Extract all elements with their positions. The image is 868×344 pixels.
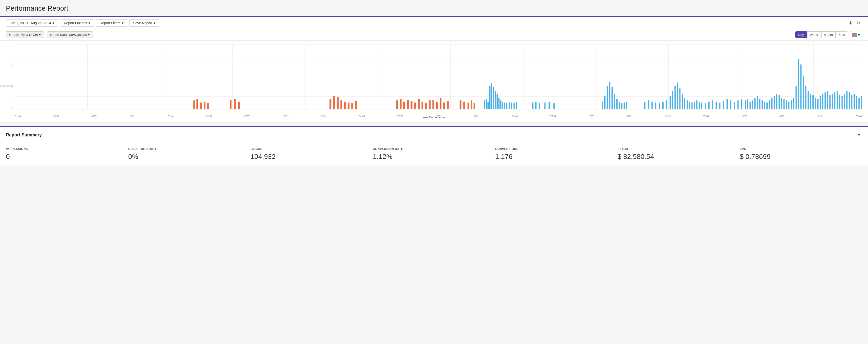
svg-rect-61 xyxy=(500,100,501,109)
date-range-button[interactable]: Jan 1, 2019 - Aug 26, 2024 ▾ xyxy=(6,19,58,27)
metric-item: PAYOUT$ 82,580.54 xyxy=(617,147,740,161)
svg-rect-22 xyxy=(234,99,236,109)
metric-label: CONVERSIONS xyxy=(495,147,613,151)
period-week-button[interactable]: Week xyxy=(807,31,821,38)
period-year-button[interactable]: Year xyxy=(836,31,848,38)
svg-rect-139 xyxy=(796,86,797,109)
period-selector: Day Week Month Year ▾ xyxy=(795,31,862,38)
report-options-chevron: ▾ xyxy=(89,21,90,25)
svg-rect-36 xyxy=(410,101,412,109)
x-axis-labels: 01/01 04/01 07/01 10/01 01/01 04/01 07/0… xyxy=(15,115,862,118)
y-tick-0: 0 xyxy=(12,105,13,108)
svg-rect-154 xyxy=(832,94,833,109)
svg-rect-47 xyxy=(460,100,461,109)
graph-selector-button[interactable]: Graph: Top 3 Offers ▾ xyxy=(6,31,44,38)
svg-rect-25 xyxy=(333,96,335,109)
svg-rect-117 xyxy=(741,99,742,109)
metric-item: CLICKS104,932 xyxy=(251,147,373,161)
svg-rect-166 xyxy=(861,96,862,109)
color-picker-button[interactable]: ▾ xyxy=(850,31,862,38)
graph-data-button[interactable]: Graph Data: Conversions ▾ xyxy=(47,31,93,38)
page-title: Performance Report xyxy=(0,0,868,16)
svg-rect-73 xyxy=(549,102,550,109)
svg-rect-160 xyxy=(846,91,847,109)
metric-item: CONVERSIONS1,176 xyxy=(495,147,617,161)
svg-rect-74 xyxy=(553,103,555,109)
chart-svg xyxy=(15,44,862,114)
svg-rect-66 xyxy=(511,102,513,109)
svg-rect-122 xyxy=(754,98,755,109)
svg-rect-143 xyxy=(805,86,806,109)
svg-rect-43 xyxy=(436,102,438,109)
svg-rect-145 xyxy=(810,94,811,109)
y-tick-10: 10 xyxy=(10,65,13,68)
svg-rect-127 xyxy=(767,102,768,109)
summary-title: Report Summary xyxy=(6,132,42,138)
svg-rect-57 xyxy=(493,87,494,109)
svg-rect-134 xyxy=(783,99,785,109)
svg-rect-54 xyxy=(487,102,489,109)
svg-rect-164 xyxy=(856,96,857,109)
svg-rect-16 xyxy=(193,100,195,109)
metric-item: IMPRESSIONS0 xyxy=(6,147,128,161)
svg-rect-137 xyxy=(790,100,792,109)
report-options-button[interactable]: Report Options ▾ xyxy=(60,19,94,27)
svg-rect-101 xyxy=(689,102,690,109)
svg-rect-98 xyxy=(682,94,683,109)
svg-rect-23 xyxy=(238,102,240,109)
svg-rect-64 xyxy=(506,103,507,109)
summary-header: Report Summary ▾ xyxy=(0,127,868,142)
svg-rect-157 xyxy=(839,95,840,109)
svg-rect-130 xyxy=(774,96,775,109)
svg-rect-123 xyxy=(757,96,758,109)
summary-collapse-button[interactable]: ▾ xyxy=(856,131,862,139)
summary-metrics: IMPRESSIONS0CLICK-THRU RATE0%CLICKS104,9… xyxy=(0,142,868,165)
svg-rect-58 xyxy=(495,91,496,109)
svg-rect-94 xyxy=(672,91,673,109)
svg-rect-86 xyxy=(644,102,646,109)
svg-rect-125 xyxy=(762,100,763,109)
y-axis-label: Conversions xyxy=(0,85,12,87)
metric-label: EPC xyxy=(740,147,857,151)
svg-rect-51 xyxy=(473,103,475,109)
svg-rect-159 xyxy=(844,94,845,109)
svg-rect-89 xyxy=(655,102,656,109)
svg-rect-40 xyxy=(425,103,427,109)
svg-rect-30 xyxy=(351,103,353,109)
svg-rect-49 xyxy=(468,102,469,109)
svg-rect-26 xyxy=(337,97,339,109)
svg-rect-150 xyxy=(822,94,823,109)
svg-rect-99 xyxy=(684,98,685,109)
svg-rect-78 xyxy=(609,82,610,109)
svg-rect-116 xyxy=(738,100,739,109)
period-day-button[interactable]: Day xyxy=(795,31,806,38)
svg-rect-128 xyxy=(769,100,770,109)
svg-rect-146 xyxy=(812,95,814,109)
svg-rect-93 xyxy=(670,96,671,109)
download-button[interactable]: ⬇ xyxy=(847,19,855,27)
svg-rect-31 xyxy=(355,101,356,109)
svg-rect-119 xyxy=(747,99,748,109)
svg-rect-147 xyxy=(815,98,816,109)
refresh-icon: ↻ xyxy=(857,20,860,26)
svg-rect-153 xyxy=(830,95,831,109)
svg-rect-118 xyxy=(745,100,746,109)
metric-label: CLICKS xyxy=(251,147,368,151)
refresh-button[interactable]: ↻ xyxy=(855,19,862,27)
collapse-icon: ▾ xyxy=(858,132,860,138)
svg-rect-158 xyxy=(842,96,843,109)
graph-prefix-label: Graph: xyxy=(9,33,19,37)
y-tick-15: 15 xyxy=(10,44,13,48)
svg-rect-18 xyxy=(200,102,202,109)
metric-label: PAYOUT xyxy=(617,147,735,151)
period-month-button[interactable]: Month xyxy=(821,31,836,38)
graph-controls: Graph: Top 3 Offers ▾ Graph Data: Conver… xyxy=(0,29,868,40)
report-filters-chevron: ▾ xyxy=(122,21,124,25)
save-report-button[interactable]: Save Report ▾ xyxy=(129,19,159,27)
svg-rect-28 xyxy=(344,102,346,109)
svg-rect-38 xyxy=(418,99,420,109)
graph-data-value-label: Conversions xyxy=(69,33,87,37)
svg-rect-129 xyxy=(771,98,773,109)
report-filters-button[interactable]: Report Filters ▾ xyxy=(96,19,127,27)
svg-rect-65 xyxy=(509,102,510,109)
